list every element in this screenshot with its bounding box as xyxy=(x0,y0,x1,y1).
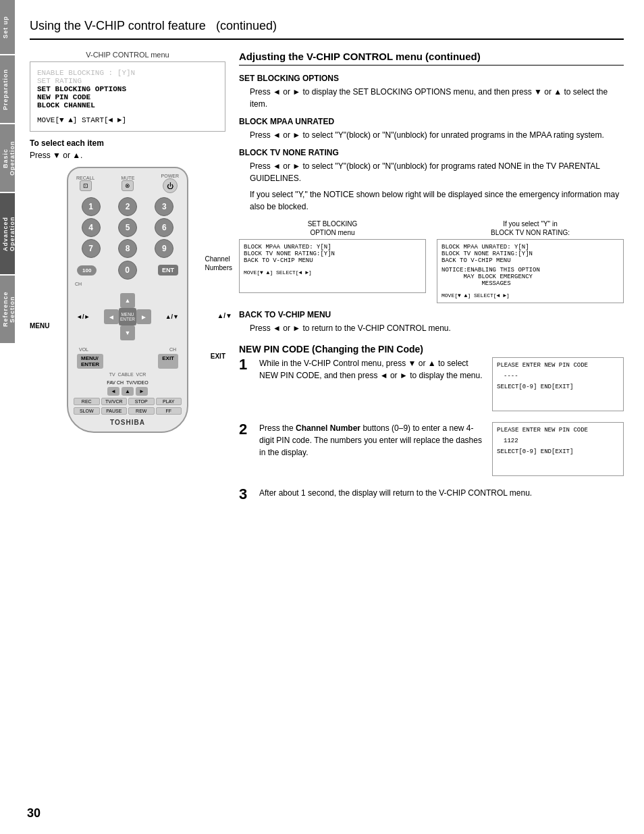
s1-dashes: ---- xyxy=(497,373,619,380)
step-1-screen-box: PLEASE ENTER NEW PIN CODE ---- SELECT[0-… xyxy=(492,357,624,411)
fav-ch-label: FAV CH xyxy=(107,380,124,385)
main-content: Using the V-CHIP control feature (contin… xyxy=(16,0,644,517)
menu-btn[interactable]: MENU/ENTER xyxy=(77,354,103,369)
rec-btn[interactable]: REC xyxy=(74,398,100,405)
step-3-num: 3 xyxy=(239,487,252,502)
menu-line-3: SET BLOCKING OPTIONS xyxy=(37,85,218,93)
btn-7[interactable]: 7 xyxy=(82,239,101,258)
play-btn[interactable]: PLAY xyxy=(156,398,182,405)
slow-btn[interactable]: SLOW xyxy=(74,407,100,415)
vchip-menu-box: ENABLE BLOCKING : [Y]N SET RATING SET BL… xyxy=(30,61,225,132)
sidebar-item-basic[interactable]: Basic Operation xyxy=(0,124,15,192)
tv-cable-row: TV CABLE VCR xyxy=(74,371,182,378)
right-column: Adjusting the V-CHIP CONTROL menu (conti… xyxy=(239,51,624,503)
step-3-row: 3 After about 1 second, the display will… xyxy=(239,487,624,503)
two-column-layout: V-CHIP CONTROL menu ENABLE BLOCKING : [Y… xyxy=(30,51,624,503)
set-blocking-text: Press ◄ or ► to display the SET BLOCKING… xyxy=(239,86,624,110)
section-title: Adjusting the V-CHIP CONTROL menu (conti… xyxy=(239,51,624,66)
pause-btn[interactable]: PAUSE xyxy=(101,407,128,415)
btn-100[interactable]: 100 xyxy=(77,265,97,276)
page-title: Using the V-CHIP control feature (contin… xyxy=(30,14,624,40)
left-screen-label: SET BLOCKINGOPTION menu xyxy=(239,219,426,237)
step-1-num: 1 xyxy=(239,357,252,372)
nav-up-btn[interactable]: ▲ xyxy=(120,293,135,308)
arr-left[interactable]: ◄ xyxy=(107,387,119,396)
tv-label: TV xyxy=(109,372,115,377)
block-tv-none-text1: Press ◄ or ► to select "Y"(block) or "N"… xyxy=(239,160,624,184)
sidebar-item-reference[interactable]: Reference Section xyxy=(0,276,15,343)
nav-row: ◄/► ▲ ▼ ◄ ► MENUENTER ▲/▼ xyxy=(74,289,182,344)
vcr-label: VCR xyxy=(136,372,146,377)
menu-enter-btn[interactable]: MENUENTER xyxy=(119,308,136,325)
cable-label: CABLE xyxy=(118,372,134,377)
arr-up[interactable]: ▲ xyxy=(122,387,134,396)
btn-9[interactable]: 9 xyxy=(155,239,173,258)
block-mpaa-text: Press ◄ or ► to select "Y"(block) or "N"… xyxy=(239,129,624,141)
step-2-text: Press the Channel Number buttons (0–9) t… xyxy=(259,422,485,463)
side-tabs: Set up Preparation Basic Operation Advan… xyxy=(0,0,15,834)
left-screen-line2: BLOCK TV NONE RATING:[Y]N xyxy=(244,251,421,257)
btn-4[interactable]: 4 xyxy=(82,218,101,237)
exit-btn[interactable]: EXIT xyxy=(158,354,178,369)
nav-right-btn[interactable]: ► xyxy=(136,309,151,324)
btn-ent[interactable]: ENT xyxy=(158,265,178,276)
back-vchip-title: BACK TO V-CHIP MENU xyxy=(239,310,624,319)
sidebar-item-advanced[interactable]: Advanced Operation xyxy=(0,193,15,274)
nav-cross: ▲ ▼ ◄ ► MENUENTER xyxy=(104,293,151,340)
tv-vcr-btn[interactable]: TV/VCR xyxy=(101,398,128,405)
steps-container: 1 While in the V-CHIP Control menu, pres… xyxy=(239,357,624,503)
up-down-btn[interactable]: ▲/▼ xyxy=(165,313,179,320)
nav-down-btn[interactable]: ▼ xyxy=(120,325,135,340)
s1-line1: PLEASE ENTER NEW PIN CODE xyxy=(497,362,619,369)
left-screen-box: BLOCK MPAA UNRATED: Y[N] BLOCK TV NONE R… xyxy=(239,239,426,293)
step-3-content: After about 1 second, the display will r… xyxy=(259,487,624,499)
nav-left-btn[interactable]: ◄ xyxy=(104,309,119,324)
set-blocking-title: SET BLOCKING OPTIONS xyxy=(239,74,624,83)
title-suffix: (continued) xyxy=(216,19,277,32)
menu-line-5: BLOCK CHANNEL xyxy=(37,101,218,109)
back-vchip-text: Press ◄ or ► to return to the V-CHIP CON… xyxy=(239,322,624,334)
step-2-screen-box: PLEASE ENTER NEW PIN CODE 1122 SELECT[0-… xyxy=(492,422,624,476)
step-3-text: After about 1 second, the display will r… xyxy=(259,487,624,503)
btn-1[interactable]: 1 xyxy=(82,197,101,216)
channel-numbers-annotation: ChannelNumbers xyxy=(205,255,232,272)
right-screen-label: If you select "Y" inBLOCK TV NON RATING: xyxy=(437,219,624,237)
left-screen-block: SET BLOCKINGOPTION menu BLOCK MPAA UNRAT… xyxy=(239,219,426,303)
ch-vol-row: CH xyxy=(74,282,182,286)
fav-ch-row: FAV CH TV/VIDEO xyxy=(74,380,182,385)
step-2-content: Press the Channel Number buttons (0–9) t… xyxy=(259,422,485,459)
btn-3[interactable]: 3 xyxy=(155,197,173,216)
btn-8[interactable]: 8 xyxy=(118,239,137,258)
left-screen-line1: BLOCK MPAA UNRATED: Y[N] xyxy=(244,244,421,251)
menu-line-2: SET RATING xyxy=(37,77,218,85)
left-right-btn[interactable]: ◄/► xyxy=(76,313,90,320)
step-1-row: 1 While in the V-CHIP Control menu, pres… xyxy=(239,357,624,411)
vol-ch-labels: VOL CH xyxy=(74,347,182,352)
exit-annotation: EXIT xyxy=(211,353,225,360)
remote-numpad: 1 2 3 4 5 6 7 8 9 xyxy=(74,197,182,258)
step-1-screen: PLEASE ENTER NEW PIN CODE ---- SELECT[0-… xyxy=(492,357,624,411)
right-screen-line2: BLOCK TV NONE RATING:[Y]N xyxy=(441,251,619,257)
block-mpaa-title: BLOCK MPAA UNRATED xyxy=(239,117,624,126)
right-screen-notice3: MESSAGES xyxy=(441,280,619,287)
remote-control: RECALL ⊡ MUTE ⊗ POWER ⏻ xyxy=(67,167,188,433)
btn-5[interactable]: 5 xyxy=(118,218,137,237)
left-screen-line3: BACK TO V-CHIP MENU xyxy=(244,257,421,264)
btn-2[interactable]: 2 xyxy=(118,197,137,216)
menu-exit-row: MENU/ENTER EXIT xyxy=(74,352,182,371)
ff-btn[interactable]: FF xyxy=(156,407,182,415)
block-tv-none-text2: If you select "Y," the NOTICE shown belo… xyxy=(239,188,624,213)
sidebar-item-setup[interactable]: Set up xyxy=(0,0,15,54)
btn-6[interactable]: 6 xyxy=(155,218,173,237)
title-text: Using the V-CHIP control feature xyxy=(30,19,206,32)
right-screen-notice2: MAY BLOCK EMERGENCY xyxy=(441,273,619,280)
stop-btn[interactable]: STOP xyxy=(128,398,155,405)
rew-btn[interactable]: REW xyxy=(128,407,155,415)
btn-0[interactable]: 0 xyxy=(118,261,137,280)
sidebar-item-preparation[interactable]: Preparation xyxy=(0,55,15,123)
rec-play-row: REC TV/VCR STOP PLAY xyxy=(74,398,182,405)
arr-right[interactable]: ► xyxy=(136,387,148,396)
menu-move-text: MOVE[▼ ▲] START[◄ ►] xyxy=(37,116,218,124)
menu-line-4: NEW PIN CODE xyxy=(37,93,218,101)
press-text: Press ▼ or ▲. xyxy=(30,151,225,160)
